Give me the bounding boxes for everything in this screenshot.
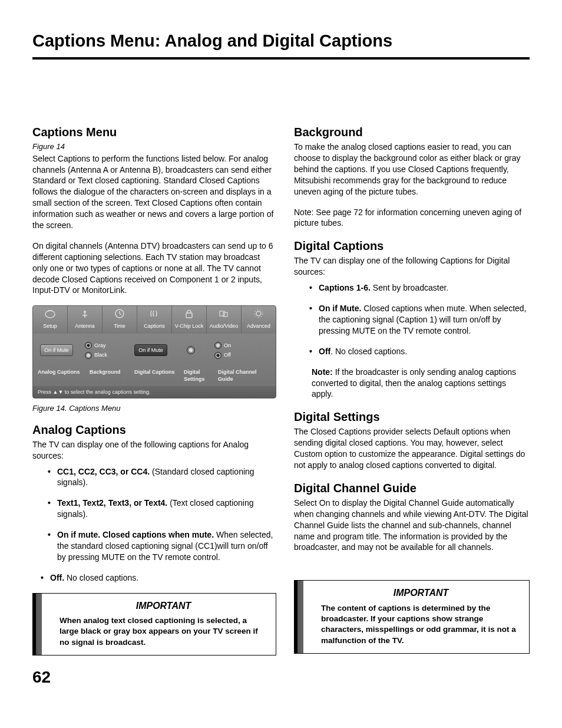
bullet-bold: On if Mute. — [319, 304, 361, 313]
figure-caption: Figure 14. Captions Menu — [32, 403, 276, 414]
svg-rect-4 — [220, 311, 224, 316]
background-note: Note: See page 72 for information concer… — [294, 207, 530, 229]
label-black: Black — [94, 352, 107, 358]
svg-rect-3 — [186, 313, 192, 318]
tv-tab-label: Antenna — [75, 323, 95, 329]
radio-on — [214, 342, 222, 349]
bullet-bold: Captions 1-6. — [319, 283, 371, 292]
captions-icon — [148, 308, 160, 319]
digital-settings-para: The Closed Captions provider selects Def… — [294, 426, 530, 471]
radio-off — [214, 352, 222, 359]
digital-bullet-1-6: Captions 1-6. Sent by broadcaster. — [301, 282, 530, 294]
antenna-icon — [79, 308, 91, 319]
page-number: 62 — [32, 666, 530, 689]
page-title: Captions Menu: Analog and Digital Captio… — [32, 29, 530, 60]
analog-bullet-text: Text1, Text2, Text3, or Text4. (Text clo… — [39, 498, 276, 520]
channel-guide-para: Select On to display the Digital Channel… — [294, 498, 530, 553]
analog-bullet-off: Off. No closed captions. — [32, 572, 276, 584]
important-title: IMPORTANT — [321, 587, 521, 599]
analog-intro: The TV can display one of the following … — [32, 439, 276, 462]
important-box-right: IMPORTANT The content of captions is det… — [294, 580, 530, 653]
captions-menu-para1: Select Captions to perform the functions… — [32, 153, 276, 231]
tv-tab-label: Captions — [144, 323, 165, 329]
important-text: The content of captions is determined by… — [321, 603, 521, 646]
tv-tab-audiovideo: Audio/Video — [207, 306, 242, 333]
bullet-bold: Off — [319, 347, 330, 356]
analog-caption-selector: On if Mute — [40, 344, 73, 356]
tv-tab-vchip: V-Chip Lock — [172, 306, 207, 333]
tv-tab-label: Setup — [43, 323, 57, 329]
svg-point-1 — [84, 311, 86, 313]
important-title: IMPORTANT — [59, 599, 267, 612]
heading-captions-menu: Captions Menu — [32, 124, 276, 140]
analog-bullet-cc: CC1, CC2, CC3, or CC4. (Standard closed … — [39, 466, 276, 489]
label-gray: Gray — [94, 342, 106, 348]
digital-bullet-mute: On if Mute. Closed captions when mute. W… — [301, 303, 530, 337]
col-label-channel-guide: Digital Channel Guide — [218, 368, 265, 383]
bullet-bold: CC1, CC2, CC3, or CC4. — [57, 467, 150, 476]
svg-point-6 — [256, 311, 261, 316]
tv-tab-time: Time — [103, 306, 137, 333]
tv-tab-advanced: Advanced — [242, 306, 276, 333]
tv-tab-label: V-Chip Lock — [175, 323, 204, 329]
tv-tab-antenna: Antenna — [68, 306, 103, 333]
clock-icon — [114, 308, 125, 319]
setup-icon — [44, 308, 56, 319]
av-icon — [218, 308, 230, 319]
heading-digital-settings: Digital Settings — [294, 409, 530, 425]
digital-bullet-off: Off. No closed captions. — [301, 346, 530, 357]
col-label-analog: Analog Captions — [38, 368, 84, 383]
tv-tab-label: Audio/Video — [210, 323, 238, 329]
label-off: Off — [224, 352, 231, 358]
note-bold: Note: — [312, 367, 333, 377]
heading-analog-captions: Analog Captions — [32, 422, 276, 438]
digital-captions-intro: The TV can display one of the following … — [294, 255, 530, 278]
svg-point-0 — [45, 311, 55, 318]
bullet-text: Sent by broadcaster. — [371, 283, 448, 292]
digital-caption-selector: On if Mute — [134, 344, 167, 356]
background-para: To make the analog closed captions easie… — [294, 141, 530, 197]
label-on: On — [224, 342, 231, 348]
heading-digital-captions: Digital Captions — [294, 238, 530, 254]
tv-tab-setup: Setup — [33, 306, 68, 333]
important-box-left: IMPORTANT When analog text closed captio… — [32, 593, 276, 655]
heading-channel-guide: Digital Channel Guide — [294, 480, 530, 496]
bullet-bold: On if mute. Closed captions when mute. — [57, 530, 214, 539]
bullet-text: . No closed captions. — [330, 347, 407, 356]
tv-tab-label: Advanced — [247, 323, 270, 329]
note-text: If the broadcaster is only sending analo… — [312, 367, 516, 399]
figure-ref: Figure 14 — [32, 141, 276, 152]
gear-icon — [253, 308, 265, 319]
col-label-background: Background — [90, 368, 128, 383]
col-label-digital-settings: Digital Settings — [184, 368, 212, 383]
bullet-bold: Off. — [50, 573, 64, 582]
digital-captions-note: Note: If the broadcaster is only sending… — [294, 367, 530, 400]
captions-menu-para2: On digital channels (Antenna DTV) broadc… — [32, 241, 276, 296]
tv-tab-captions: Captions — [137, 306, 172, 333]
bullet-text: No closed captions. — [64, 573, 138, 582]
tv-footer-hint: Press ▲▼ to select the analog captions s… — [33, 386, 276, 398]
lock-icon — [183, 308, 195, 319]
heading-background: Background — [294, 124, 530, 140]
svg-point-7 — [254, 309, 263, 318]
important-text: When analog text closed captioning is se… — [59, 615, 267, 648]
tv-menu-figure: Setup Antenna Time Captions V-Chip Lock — [32, 305, 276, 398]
analog-bullet-mute: On if mute. Closed captions when mute. W… — [39, 529, 276, 563]
radio-gray — [85, 342, 92, 349]
digital-settings-radio — [187, 346, 195, 354]
bullet-bold: Text1, Text2, Text3, or Text4. — [57, 498, 167, 508]
tv-tab-label: Time — [114, 323, 125, 329]
col-label-digital-captions: Digital Captions — [134, 368, 178, 383]
radio-black — [85, 352, 92, 359]
